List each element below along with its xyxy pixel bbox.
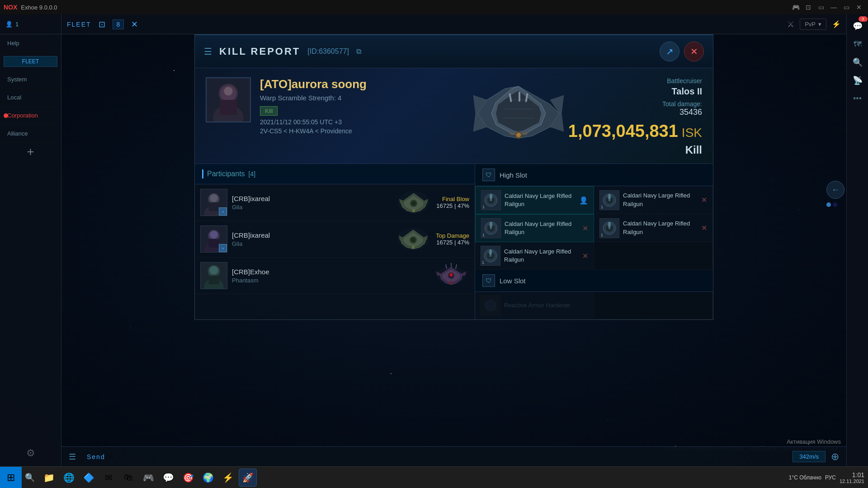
export-button[interactable]: ↗ <box>660 42 679 61</box>
search-button[interactable]: 🔍 <box>22 467 38 488</box>
participant-item-0[interactable]: III [CRB]ixareal Gila <box>195 184 475 221</box>
equip-action-4[interactable]: ✕ <box>582 252 588 260</box>
profile-icon: 👤 <box>5 21 13 28</box>
taskbar-store[interactable]: 🛍 <box>119 469 137 487</box>
participant-item-1[interactable]: III [CRB]ixareal Gila <box>195 221 475 258</box>
taskbar-mail[interactable]: ✉ <box>99 469 118 487</box>
participant-stats-0: Final Blow 16725 | 47% <box>436 196 469 209</box>
restore3-button[interactable]: — <box>828 2 839 13</box>
svg-rect-21 <box>208 202 219 211</box>
equip-item-4[interactable]: 1 Caldari Navy Large Rifled Railgun ✕ <box>475 242 594 270</box>
taskbar-app3[interactable]: ⚡ <box>219 469 237 487</box>
svg-point-10 <box>523 132 528 135</box>
participant-ship-2: Phantasm <box>232 277 429 284</box>
svg-rect-43 <box>208 276 219 284</box>
ship-name: Talos II <box>568 86 702 97</box>
participant-avatar-0: III <box>200 189 227 216</box>
svg-point-26 <box>411 201 416 206</box>
restore-button[interactable]: ⊡ <box>803 2 814 13</box>
svg-rect-61 <box>609 194 610 201</box>
participant-stats-1: Top Damage 16725 | 47% <box>436 232 469 246</box>
total-damage-value: 35436 <box>568 108 702 117</box>
taskbar-game[interactable]: 🚀 <box>239 469 257 487</box>
equip-item-2[interactable]: 1 Caldari Navy Large Rifled Railgun ✕ <box>475 214 594 242</box>
close-button[interactable]: ✕ <box>854 2 864 13</box>
participant-avatar-1: III <box>200 225 227 253</box>
more-button[interactable]: ••• <box>849 90 866 107</box>
low-equip-name-0: Reactive Armor Hardener <box>504 301 588 310</box>
equip-icon-3: 1 <box>599 218 619 238</box>
copy-icon[interactable]: ⧉ <box>356 47 361 56</box>
taskbar-discord[interactable]: 💬 <box>159 469 177 487</box>
equip-action-2[interactable]: ✕ <box>582 224 588 233</box>
fleet-close-button[interactable]: ✕ <box>131 19 138 29</box>
kill-summary: Battlecruiser Talos II Total damage: 354… <box>568 77 702 156</box>
equip-name-1: Caldari Navy Large Rifled Railgun <box>623 192 698 208</box>
equipment-grid: 1 Caldari Navy Large Rifled Railgun 👤 <box>475 186 713 270</box>
filter-icon[interactable]: ⚡ <box>832 20 841 28</box>
equip-icon-2: 1 <box>481 218 501 238</box>
app-title: Exhoe 9.0.0.0 <box>21 4 790 11</box>
low-slot-icon: 🛡 <box>482 274 495 287</box>
sidebar-profile[interactable]: 👤 1 <box>4 18 57 30</box>
taskbar-time: 1:01 <box>840 471 864 479</box>
close-report-button[interactable]: ✕ <box>684 42 704 61</box>
high-slot-header: 🛡 High Slot <box>475 164 713 186</box>
add-tab-button[interactable]: + <box>0 143 61 161</box>
panels-row: Participants [4] <box>195 164 713 319</box>
taskbar-chrome[interactable]: 🌐 <box>60 469 78 487</box>
fleet-label: FLEET <box>67 21 91 28</box>
equip-action-3[interactable]: ✕ <box>701 224 707 232</box>
participant-item-2[interactable]: [CRB]Exhoe Phantasm <box>195 258 475 294</box>
settings-button[interactable]: ⚙ <box>4 444 57 463</box>
equip-qty-3: 1 <box>601 233 603 237</box>
fleet-count: 8 <box>113 19 124 29</box>
svg-point-4 <box>224 87 232 95</box>
taskbar-app2[interactable]: 🎯 <box>179 469 197 487</box>
minimize-button[interactable]: 🎮 <box>790 2 801 13</box>
equip-action-1[interactable]: ✕ <box>701 196 707 204</box>
maximize-button[interactable]: ▭ <box>841 2 852 13</box>
equip-icon-4: 1 <box>481 246 500 266</box>
restore2-button[interactable]: ▭ <box>816 2 826 13</box>
sidebar-item-alliance[interactable]: Alliance <box>0 125 61 143</box>
corp-badge-0: III <box>219 207 227 216</box>
start-button[interactable]: ⊞ <box>0 467 22 488</box>
low-equip-item-0[interactable]: Reactive Armor Hardener <box>475 292 594 319</box>
sidebar-item-system[interactable]: System <box>0 70 61 89</box>
map-button[interactable]: 🗺 <box>849 36 866 52</box>
sidebar-item-fleet[interactable]: FLEET <box>4 56 57 67</box>
sidebar-item-help[interactable]: Help <box>0 34 61 52</box>
equip-action-0[interactable]: 👤 <box>579 196 588 205</box>
taskbar-app1[interactable]: 🎮 <box>139 469 157 487</box>
ship-svg <box>451 68 586 159</box>
header-accent <box>202 169 203 178</box>
probe-button[interactable]: 📡 <box>849 72 866 89</box>
pvp-toggle[interactable]: PvP ▾ <box>800 19 826 30</box>
equip-qty-0: 1 <box>482 205 485 209</box>
equip-qty-2: 1 <box>482 233 485 237</box>
taskbar-edge[interactable]: 🔷 <box>80 469 98 487</box>
low-equipment-grid: Reactive Armor Hardener <box>475 292 713 319</box>
notifications-button[interactable]: 💬 <box>849 18 866 34</box>
low-equip-icon-0 <box>481 296 500 315</box>
equip-item-0[interactable]: 1 Caldari Navy Large Rifled Railgun 👤 <box>475 186 594 214</box>
high-slot-icon: 🛡 <box>482 169 495 181</box>
scan-button[interactable]: 🔍 <box>849 54 866 70</box>
equip-item-3[interactable]: 1 Caldari Navy Large Rifled Railgun ✕ <box>594 214 713 242</box>
equip-name-4: Caldari Navy Large Rifled Railgun <box>504 248 579 264</box>
taskbar-file-explorer[interactable]: 📁 <box>40 469 58 487</box>
taskbar-weather: 1°С Облачно <box>789 474 821 481</box>
equip-item-1[interactable]: 1 Caldari Navy Large Rifled Railgun ✕ <box>594 186 713 214</box>
svg-rect-5 <box>220 100 237 115</box>
kill-report-panel: ☰ KILL REPORT [ID:6360577] ⧉ ↗ ✕ <box>194 34 713 320</box>
sidebar-top: 👤 1 <box>0 14 61 34</box>
pvp-label: PvP <box>805 21 816 28</box>
taskbar-browser2[interactable]: 🌍 <box>199 469 217 487</box>
screen-icon: ⊡ <box>99 19 105 29</box>
hamburger-icon[interactable]: ☰ <box>204 46 212 57</box>
svg-rect-12 <box>519 92 520 102</box>
low-equip-item-1 <box>594 292 713 319</box>
sidebar-item-local[interactable]: Local <box>0 89 61 107</box>
sidebar-item-corporation[interactable]: Corporation <box>0 107 61 125</box>
